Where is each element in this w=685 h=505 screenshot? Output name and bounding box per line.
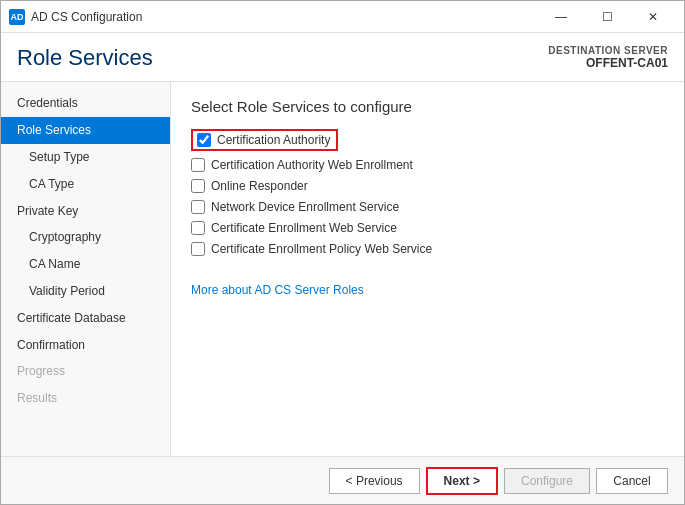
page-title: Role Services — [17, 45, 153, 71]
app-window: AD AD CS Configuration — ☐ ✕ Role Servic… — [0, 0, 685, 505]
main-content: Credentials Role Services Setup Type CA … — [1, 82, 684, 456]
app-icon: AD — [9, 9, 25, 25]
checkbox-cert-enrollment-policy[interactable] — [191, 242, 205, 256]
next-button[interactable]: Next > — [426, 467, 498, 495]
checkbox-item-online-responder: Online Responder — [191, 179, 664, 193]
label-cert-web-enrollment[interactable]: Certification Authority Web Enrollment — [211, 158, 413, 172]
checkbox-item-cert-policy: Certificate Enrollment Policy Web Servic… — [191, 242, 664, 256]
maximize-button[interactable]: ☐ — [584, 1, 630, 33]
sidebar-item-confirmation[interactable]: Confirmation — [1, 332, 170, 359]
title-bar: AD AD CS Configuration — ☐ ✕ — [1, 1, 684, 33]
sidebar: Credentials Role Services Setup Type CA … — [1, 82, 171, 456]
window-controls: — ☐ ✕ — [538, 1, 676, 33]
sidebar-item-validity-period[interactable]: Validity Period — [1, 278, 170, 305]
more-about-link[interactable]: More about AD CS Server Roles — [191, 283, 364, 297]
sidebar-item-cryptography[interactable]: Cryptography — [1, 224, 170, 251]
destination-info: DESTINATION SERVER OFFENT-CA01 — [548, 45, 668, 70]
minimize-button[interactable]: — — [538, 1, 584, 33]
checkbox-item-web-enrollment: Certification Authority Web Enrollment — [191, 158, 664, 172]
label-network-device-enrollment[interactable]: Network Device Enrollment Service — [211, 200, 399, 214]
sidebar-item-ca-name[interactable]: CA Name — [1, 251, 170, 278]
cancel-button[interactable]: Cancel — [596, 468, 668, 494]
sidebar-item-credentials[interactable]: Credentials — [1, 90, 170, 117]
checkbox-network-device-enrollment[interactable] — [191, 200, 205, 214]
close-button[interactable]: ✕ — [630, 1, 676, 33]
footer: < Previous Next > Configure Cancel — [1, 456, 684, 504]
sidebar-item-progress: Progress — [1, 358, 170, 385]
sidebar-item-setup-type[interactable]: Setup Type — [1, 144, 170, 171]
sidebar-item-ca-type[interactable]: CA Type — [1, 171, 170, 198]
sidebar-item-private-key[interactable]: Private Key — [1, 198, 170, 225]
content-heading: Select Role Services to configure — [191, 98, 664, 115]
checkbox-cert-web-enrollment[interactable] — [191, 158, 205, 172]
label-online-responder[interactable]: Online Responder — [211, 179, 308, 193]
destination-server: OFFENT-CA01 — [548, 56, 668, 70]
label-cert-enrollment-web[interactable]: Certificate Enrollment Web Service — [211, 221, 397, 235]
content-area: Select Role Services to configure Certif… — [171, 82, 684, 456]
label-certification-authority[interactable]: Certification Authority — [217, 133, 330, 147]
configure-button[interactable]: Configure — [504, 468, 590, 494]
label-cert-enrollment-policy[interactable]: Certificate Enrollment Policy Web Servic… — [211, 242, 432, 256]
sidebar-item-certificate-database[interactable]: Certificate Database — [1, 305, 170, 332]
sidebar-item-role-services[interactable]: Role Services — [1, 117, 170, 144]
window-title: AD CS Configuration — [31, 10, 538, 24]
checkbox-certification-authority[interactable] — [197, 133, 211, 147]
destination-label: DESTINATION SERVER — [548, 45, 668, 56]
checkbox-cert-enrollment-web[interactable] — [191, 221, 205, 235]
checkbox-item-cert-enroll-web: Certificate Enrollment Web Service — [191, 221, 664, 235]
checkbox-online-responder[interactable] — [191, 179, 205, 193]
checkbox-item-network-device: Network Device Enrollment Service — [191, 200, 664, 214]
page-header: Role Services DESTINATION SERVER OFFENT-… — [1, 33, 684, 82]
page-title-section: Role Services — [17, 45, 153, 71]
sidebar-item-results: Results — [1, 385, 170, 412]
previous-button[interactable]: < Previous — [329, 468, 420, 494]
cert-authority-highlighted-wrapper: Certification Authority — [191, 129, 338, 151]
